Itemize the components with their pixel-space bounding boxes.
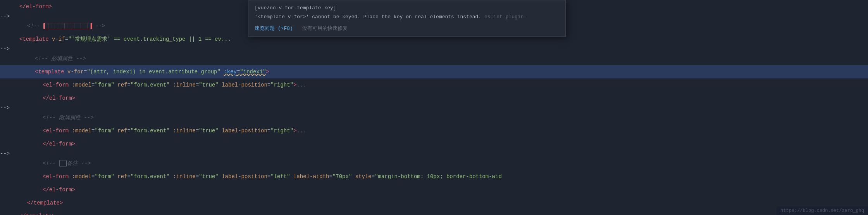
url-label: https://blog.csdn.net/zero_ghq [780,208,864,213]
tooltip-actions: 速览问题 (⌥F8) 没有可用的快速修复 [255,25,559,32]
code-line: <!-- ██备注 --> [0,157,868,170]
code-line: <!-- 必填属性 --> [0,52,868,65]
code-line-highlighted: <template v-for="(attr, index1) in event… [0,65,868,78]
tooltip-eslint-label: eslint-plugin- [484,14,527,20]
code-content: <el-form :model="form" ref="form.event" … [19,82,868,88]
code-content: <el-form :model="form" ref="form.event" … [19,128,868,134]
tooltip-quick-view-button[interactable]: 速览问题 (⌥F8) [255,25,293,32]
code-content: </template> [19,200,868,206]
lint-tooltip: [vue/no-v-for-template-key] '<template v… [248,0,566,37]
code-content: <!-- ██备注 --> [19,160,868,167]
code-content: <!-- 附属属性 --> [19,114,868,121]
code-line: </template> [0,196,868,210]
code-line: </el-form> [0,92,868,105]
code-line: </template> [0,210,868,215]
tooltip-message: '<template v-for>' cannot be keyed. Plac… [255,13,559,21]
code-content: </template> [19,213,868,215]
code-line: <el-form :model="form" ref="form.event" … [0,124,868,137]
code-line: <el-form :model="form" ref="form.event" … [0,78,868,92]
code-content: </el-form> [19,95,868,101]
code-content: </el-form> [19,187,868,193]
code-line: <el-form :model="form" ref="form.event" … [0,170,868,183]
code-content: <template v-for="(attr, index1) in event… [19,69,868,75]
tooltip-no-fix-label: 没有可用的快速修复 [302,25,348,32]
code-content: </el-form> [19,141,868,147]
tooltip-rule: [vue/no-v-for-template-key] [255,5,559,11]
code-line: <!-- 附属属性 --> [0,111,868,124]
code-line: </el-form> [0,183,868,196]
bottom-bar: https://blog.csdn.net/zero_ghq [777,206,868,215]
code-line: </el-form> [0,137,868,151]
code-content: <template v-if="'常规埋点需求' == event.tracki… [19,36,868,43]
code-content: <!-- 必填属性 --> [19,55,868,62]
code-content: <el-form :model="form" ref="form.event" … [19,173,868,180]
editor-area: </el-form> --> <!-- ██████████████ --> <… [0,0,868,215]
